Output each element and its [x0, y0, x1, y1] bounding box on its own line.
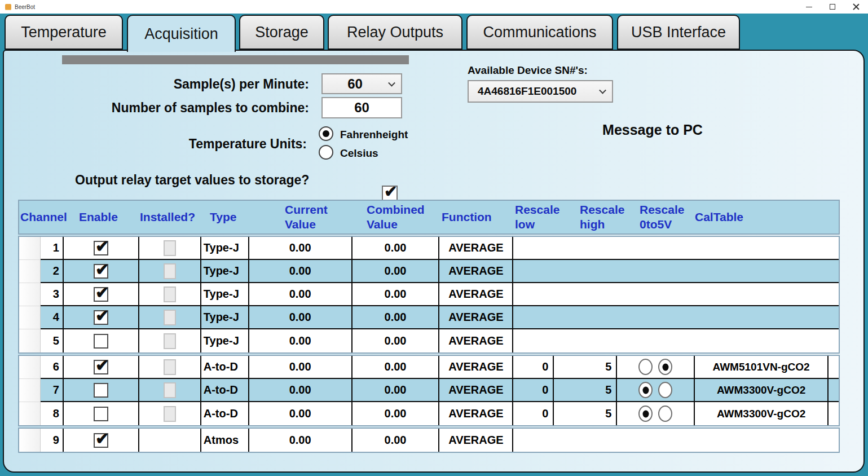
current-value-cell: 0.00: [249, 306, 353, 329]
samples-per-minute-dropdown[interactable]: 60: [321, 73, 402, 94]
channel-cell: 2: [41, 260, 64, 283]
rescale-low-cell[interactable]: 0: [513, 379, 554, 402]
rescale-high-cell[interactable]: 5: [554, 379, 617, 402]
tab-communications[interactable]: Communications: [466, 15, 613, 50]
current-value-cell: 0.00: [249, 237, 353, 260]
channel-cell: 3: [41, 283, 64, 306]
column-header-r05: Rescale 0to5V: [617, 201, 695, 233]
current-value-cell: 0.00: [249, 402, 353, 425]
type-cell: Type-J: [201, 237, 249, 260]
combined-value-cell: 0.00: [353, 283, 440, 306]
type-cell: A-to-D: [201, 379, 249, 402]
combined-value-cell: 0.00: [353, 356, 440, 379]
function-cell: AVERAGE: [439, 329, 513, 352]
fahrenheit-radio[interactable]: [319, 126, 333, 141]
rescale-0to5v-radio-right[interactable]: [658, 382, 672, 398]
rescale-0to5v-cell: [617, 379, 695, 402]
enable-checkbox[interactable]: [94, 383, 108, 398]
table-row-channel-4: 4Type-J0.000.00AVERAGE: [19, 306, 839, 329]
type-cell: Atmos: [201, 429, 249, 452]
channel-cell: 8: [41, 402, 64, 425]
device-sn-dropdown[interactable]: 4A46816F1E001500: [468, 80, 613, 103]
acquisition-panel: Sample(s) per Minute: 60 Number of sampl…: [3, 50, 865, 473]
rescale-0to5v-radio-right[interactable]: [658, 406, 672, 422]
column-header-func: Function: [439, 201, 513, 233]
combined-value-cell: 0.00: [353, 429, 440, 452]
output-relay-checkbox[interactable]: [382, 186, 398, 201]
channel-cell: 1: [41, 237, 64, 260]
type-cell: A-to-D: [201, 356, 249, 379]
samples-per-minute-label: Sample(s) per Minute:: [92, 74, 309, 94]
column-header-channel: Channel: [19, 201, 63, 233]
tab-temperature[interactable]: Temperature: [5, 15, 123, 50]
column-header-cal: CalTable: [695, 201, 839, 233]
enable-cell: [64, 379, 139, 402]
installed-cell: [139, 356, 201, 379]
output-relay-label: Output relay target values to storage?: [75, 170, 309, 189]
samples-per-minute-value: 60: [347, 76, 363, 92]
combined-value-cell: 0.00: [353, 402, 440, 425]
current-value-cell: 0.00: [249, 429, 353, 452]
celsius-radio[interactable]: [319, 145, 333, 160]
function-cell: AVERAGE: [439, 379, 513, 402]
column-header-comb: Combined Value: [352, 201, 439, 233]
rescale-0to5v-radio-left[interactable]: [638, 359, 653, 375]
close-button[interactable]: [844, 0, 868, 14]
column-header-rlow: Rescale low: [513, 201, 554, 233]
current-value-cell: 0.00: [249, 329, 353, 352]
temperature-units-label: Temperature Units:: [92, 134, 307, 153]
rescale-low-cell[interactable]: 0: [513, 402, 554, 425]
column-header-enable: Enable: [63, 201, 139, 233]
current-value-cell: 0.00: [249, 379, 353, 402]
samples-to-combine-input[interactable]: 60: [321, 97, 402, 118]
combined-value-cell: 0.00: [353, 260, 440, 283]
rescale-0to5v-radio-left[interactable]: [638, 406, 653, 422]
rescale-high-cell[interactable]: 5: [554, 402, 617, 425]
enable-checkbox[interactable]: [94, 264, 108, 279]
enable-checkbox[interactable]: [94, 241, 108, 255]
enable-checkbox[interactable]: [94, 360, 108, 374]
installed-checkbox-disabled: [164, 310, 176, 325]
rescale-0to5v-radio-left[interactable]: [638, 382, 653, 398]
enable-checkbox[interactable]: [94, 287, 108, 302]
combined-value-cell: 0.00: [353, 306, 440, 329]
title-bar: BeerBot: [0, 0, 868, 14]
close-icon: [853, 3, 860, 10]
channel-group-2: 6A-to-D0.000.00AVERAGE05AWM5101VN-gCO27A…: [18, 355, 840, 426]
enable-checkbox[interactable]: [94, 407, 108, 421]
enable-cell: [64, 283, 139, 306]
tab-usb-interface[interactable]: USB Interface: [617, 15, 740, 50]
tab-acquisition[interactable]: Acquisition: [127, 15, 236, 52]
maximize-button[interactable]: [821, 0, 844, 14]
installed-cell: [139, 402, 201, 425]
row-selector: [19, 329, 41, 352]
enable-checkbox[interactable]: [94, 310, 108, 325]
enable-checkbox[interactable]: [94, 433, 108, 448]
installed-checkbox-disabled: [164, 287, 176, 302]
enable-cell: [64, 429, 139, 452]
table-row-channel-2: 2Type-J0.000.00AVERAGE: [19, 260, 839, 283]
table-row-channel-9: 9Atmos0.000.00AVERAGE: [19, 429, 839, 452]
column-header-type: Type: [201, 201, 249, 233]
chevron-down-icon: [599, 87, 606, 94]
current-value-cell: 0.00: [249, 356, 353, 379]
tab-relay-outputs[interactable]: Relay Outputs: [328, 15, 462, 50]
rescale-low-cell[interactable]: 0: [513, 356, 554, 379]
empty-rescale-cell: [513, 237, 839, 260]
rescale-high-cell[interactable]: 5: [554, 356, 617, 379]
minimize-icon: [806, 7, 812, 7]
installed-checkbox-disabled: [164, 263, 176, 279]
minimize-button[interactable]: [797, 0, 821, 14]
tab-storage[interactable]: Storage: [239, 15, 324, 50]
rescale-0to5v-radio-right[interactable]: [658, 359, 672, 375]
type-cell: Type-J: [201, 260, 249, 283]
installed-checkbox-disabled: [164, 240, 176, 256]
samples-to-combine-label: Number of samples to combine:: [58, 98, 309, 117]
type-cell: Type-J: [201, 306, 249, 329]
enable-checkbox[interactable]: [94, 334, 108, 349]
progress-bar: [62, 55, 409, 64]
combined-value-cell: 0.00: [353, 329, 440, 352]
chevron-down-icon: [388, 79, 395, 86]
app-icon: [5, 4, 11, 10]
enable-cell: [64, 237, 139, 260]
